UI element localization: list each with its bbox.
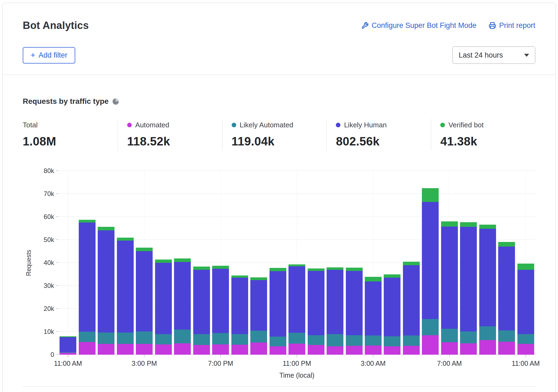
stat-value-likely-human: 802.56k <box>336 135 428 148</box>
stacked-bar-9-00-am-22[interactable] <box>479 171 496 355</box>
segment-likely-automated <box>479 326 496 340</box>
segment-verified-bot <box>193 267 210 270</box>
segment-automated <box>327 346 343 355</box>
segment-likely-human <box>403 265 420 335</box>
configure-link-label: Configure Super Bot Fight Mode <box>372 21 476 30</box>
card-body: Requests by traffic type Total 1.08M Aut… <box>2 97 556 390</box>
stacked-bar-7-00-pm-8[interactable] <box>212 171 229 355</box>
segment-likely-automated <box>79 332 96 342</box>
configure-super-bot-fight-mode-link[interactable]: Configure Super Bot Fight Mode <box>361 21 476 30</box>
segment-verified-bot <box>117 238 134 241</box>
stacked-bar-4-00-pm-5[interactable] <box>155 171 172 355</box>
segment-likely-human <box>231 278 248 334</box>
segment-automated <box>288 344 305 355</box>
segment-automated <box>60 353 76 355</box>
segment-automated <box>79 342 96 355</box>
stacked-bar-5-00-pm-6[interactable] <box>174 171 191 355</box>
segment-verified-bot <box>174 258 191 262</box>
segment-verified-bot <box>384 274 401 278</box>
add-filter-label: Add filter <box>39 51 68 59</box>
segment-automated <box>346 346 363 355</box>
y-axis-ticks: 010k20k30k40k50k60k70k80k <box>35 171 58 355</box>
y-tick-label-0: 0 <box>51 351 54 358</box>
bar-slot-7 <box>192 171 211 355</box>
stacked-bar-5-00-am-18[interactable] <box>403 171 420 355</box>
segment-verified-bot <box>498 242 515 247</box>
stacked-bar-10-00-am-23[interactable] <box>498 171 515 355</box>
stacked-bar-6-00-pm-7[interactable] <box>193 171 210 355</box>
add-filter-button[interactable]: + Add filter <box>23 47 75 64</box>
stacked-bar-1-00-pm-2[interactable] <box>98 171 114 355</box>
stacked-bar-11-00-pm-12[interactable] <box>288 171 305 355</box>
y-tick-mark <box>56 285 58 286</box>
stacked-bar-3-00-pm-4[interactable] <box>136 171 153 355</box>
legend-dot-automated <box>127 123 132 127</box>
segment-likely-automated <box>441 329 458 342</box>
bot-analytics-card: Bot Analytics Configure Super Bot Fight … <box>2 3 556 392</box>
bar-slot-17 <box>383 171 402 355</box>
stat-likely-human: Likely Human 802.56k <box>326 119 431 151</box>
page-title: Bot Analytics <box>23 20 89 31</box>
segment-likely-automated <box>327 334 343 346</box>
stats-row: Total 1.08M Automated 118.52k Likely Aut… <box>23 119 535 151</box>
y-tick-label-30k: 30k <box>44 282 54 290</box>
bar-slot-9 <box>230 171 249 355</box>
y-tick-mark <box>56 263 58 263</box>
y-tick-label-50k: 50k <box>44 236 54 244</box>
segment-automated <box>517 344 534 355</box>
y-tick-label-80k: 80k <box>44 167 54 175</box>
x-axis-label: Time (local) <box>58 371 535 379</box>
segment-automated <box>384 346 401 355</box>
segment-automated <box>403 346 420 355</box>
stacked-bar-8-00-pm-9[interactable] <box>231 171 248 355</box>
stat-value-total: 1.08M <box>23 135 115 148</box>
bar-slot-21 <box>459 171 478 355</box>
stacked-bar-4-00-am-17[interactable] <box>384 171 401 355</box>
bar-slot-13 <box>306 171 325 355</box>
stacked-bar-2-00-pm-3[interactable] <box>117 171 134 355</box>
time-range-value: Last 24 hours <box>459 51 503 59</box>
stacked-bar-12-00-pm-1[interactable] <box>79 171 96 355</box>
print-link-label: Print report <box>499 21 535 30</box>
bar-slot-3 <box>116 171 134 355</box>
stacked-bar-1-00-am-14[interactable] <box>327 171 343 355</box>
segment-verified-bot <box>308 268 324 271</box>
stacked-bar-7-00-am-20[interactable] <box>441 171 458 355</box>
segment-likely-human <box>174 262 191 330</box>
stat-value-likely-automated: 119.04k <box>232 135 324 148</box>
time-range-select[interactable]: Last 24 hours <box>452 46 535 64</box>
segment-likely-human <box>98 230 114 333</box>
stacked-bar-12-00-am-13[interactable] <box>308 171 324 355</box>
segment-likely-automated <box>460 331 477 343</box>
bar-slot-5 <box>154 171 173 355</box>
segment-verified-bot <box>441 221 458 227</box>
stat-verified-bot: Verified bot 41.38k <box>431 119 535 151</box>
segment-likely-human <box>136 251 153 332</box>
segment-verified-bot <box>270 268 286 271</box>
x-tick-mark <box>68 355 68 357</box>
y-tick-mark <box>56 240 58 240</box>
legend-dot-verified-bot <box>440 123 445 127</box>
segment-likely-automated <box>231 334 248 345</box>
stacked-bar-11-00-am-0[interactable] <box>60 171 76 355</box>
stacked-bar-3-00-am-16[interactable] <box>365 171 382 355</box>
print-report-link[interactable]: Print report <box>489 21 535 30</box>
stacked-bar-2-00-am-15[interactable] <box>346 171 363 355</box>
y-tick-label-70k: 70k <box>44 190 54 198</box>
stacked-bar-11-00-am-24[interactable] <box>517 171 534 355</box>
bar-slot-19 <box>421 171 440 355</box>
stacked-bar-8-00-am-21[interactable] <box>460 171 477 355</box>
stat-value-verified-bot: 41.38k <box>440 135 533 148</box>
segment-verified-bot <box>250 277 267 280</box>
segment-likely-automated <box>384 336 401 346</box>
x-tick-mark <box>526 355 526 357</box>
card-header: Bot Analytics Configure Super Bot Fight … <box>2 3 556 75</box>
stacked-bar-6-00-am-19[interactable] <box>422 171 439 355</box>
bar-slot-20 <box>440 171 459 355</box>
stacked-bar-9-00-pm-10[interactable] <box>250 171 267 355</box>
stacked-bar-10-00-pm-11[interactable] <box>270 171 286 355</box>
segment-likely-automated <box>422 319 439 335</box>
legend-dot-likely-automated <box>232 123 236 127</box>
segment-automated <box>98 344 114 355</box>
segment-likely-human <box>517 270 534 334</box>
